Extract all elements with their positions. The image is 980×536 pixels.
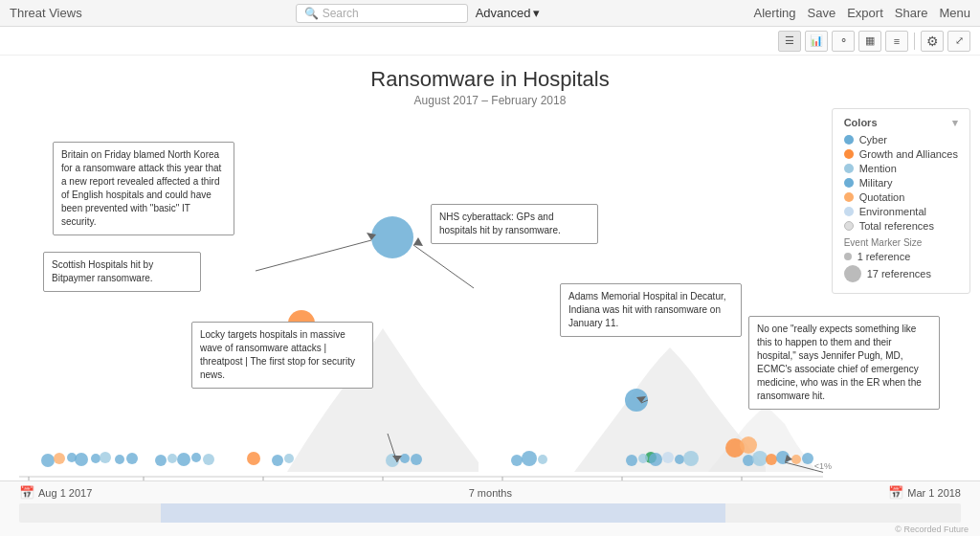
svg-point-29 <box>155 455 167 466</box>
search-icon: 🔍 <box>304 7 319 20</box>
calendar-end-icon: 📅 <box>888 485 903 500</box>
annotation-a1: Britain on Friday blamed North Korea for… <box>53 142 234 235</box>
svg-point-30 <box>167 454 177 463</box>
svg-point-47 <box>675 455 684 464</box>
svg-point-19 <box>625 389 648 412</box>
advanced-label: Advanced <box>476 6 531 20</box>
svg-point-36 <box>247 452 260 465</box>
svg-point-39 <box>411 454 422 465</box>
size-large-label: 17 references <box>867 268 931 279</box>
military-label: Military <box>859 177 893 189</box>
svg-point-51 <box>766 454 777 465</box>
svg-point-54 <box>802 453 813 464</box>
svg-point-26 <box>100 452 111 463</box>
advanced-button[interactable]: Advanced ▾ <box>476 6 541 20</box>
environmental-label: Environmental <box>859 206 926 217</box>
svg-point-56 <box>740 436 757 454</box>
svg-point-24 <box>75 453 88 466</box>
chevron-down-icon: ▾ <box>533 6 540 20</box>
timeline-handle[interactable] <box>161 503 725 523</box>
mention-label: Mention <box>859 163 897 174</box>
alerting-button[interactable]: Alerting <box>753 6 795 20</box>
zoom-level-label: <1% <box>814 461 832 471</box>
cyber-color-dot <box>844 135 854 145</box>
expand-icon[interactable]: ⤢ <box>947 31 970 52</box>
toolbar-separator <box>914 33 915 50</box>
svg-point-21 <box>41 454 55 467</box>
chart-subtitle: August 2017 – February 2018 <box>0 94 980 107</box>
svg-point-48 <box>683 451 699 466</box>
search-input[interactable]: 🔍 Search <box>296 4 468 23</box>
annotation-a1-text: Britain on Friday blamed North Korea for… <box>61 149 221 227</box>
calendar-start-icon: 📅 <box>19 485 34 500</box>
environmental-color-dot <box>844 207 854 216</box>
annotation-a4-text: Locky targets hospitals in massive wave … <box>200 329 355 380</box>
start-date-marker: 📅 Aug 1 2017 <box>19 485 92 500</box>
svg-point-46 <box>662 452 674 463</box>
svg-point-38 <box>400 454 410 463</box>
annotation-a4: Locky targets hospitals in massive wave … <box>191 322 373 389</box>
chart-title-area: Ransomware in Hospitals August 2017 – Fe… <box>0 56 980 107</box>
annotation-a5-text: Adams Memorial Hospital in Decatur, Indi… <box>568 291 726 328</box>
svg-point-50 <box>752 451 768 466</box>
annotation-a5: Adams Memorial Hospital in Decatur, Indi… <box>560 283 742 337</box>
cyber-label: Cyber <box>859 134 887 145</box>
copyright-label: © Recorded Future <box>895 525 969 534</box>
end-date-label: Mar 1 2018 <box>907 487 961 499</box>
legend-item-military: Military <box>844 177 958 189</box>
svg-line-59 <box>413 245 474 288</box>
svg-point-33 <box>203 454 214 465</box>
menu-button[interactable]: Menu <box>939 6 970 20</box>
search-placeholder: Search <box>323 7 359 20</box>
table-icon[interactable]: ☰ <box>778 31 801 52</box>
mention-color-dot <box>844 164 854 173</box>
save-button[interactable]: Save <box>808 6 836 20</box>
chart-area: Ransomware in Hospitals August 2017 – Fe… <box>0 56 980 536</box>
svg-point-42 <box>538 455 547 464</box>
military-color-dot <box>844 178 854 188</box>
svg-point-25 <box>91 454 100 463</box>
legend-item-environmental: Environmental <box>844 206 958 217</box>
svg-marker-60 <box>413 237 423 246</box>
legend-item-total: Total references <box>844 220 958 232</box>
size-large-item: 17 references <box>844 265 958 282</box>
svg-point-43 <box>626 455 637 466</box>
quotation-label: Quotation <box>859 191 905 203</box>
svg-point-40 <box>511 455 523 466</box>
svg-point-41 <box>522 451 537 466</box>
legend-item-growth: Growth and Alliances <box>844 148 958 160</box>
svg-point-53 <box>791 455 801 464</box>
bottom-timeline-strip[interactable]: 📅 Aug 1 2017 7 months 📅 Mar 1 2018 <box>0 480 980 536</box>
svg-line-57 <box>256 240 371 271</box>
event-marker-size-title: Event Marker Size <box>844 237 958 248</box>
chart-title: Ransomware in Hospitals <box>0 67 980 92</box>
bar-chart-icon[interactable]: 📊 <box>805 31 828 52</box>
legend-title-label: Colors <box>844 117 878 129</box>
scatter-icon[interactable]: ⚬ <box>832 31 855 52</box>
svg-point-34 <box>272 455 283 466</box>
list-icon[interactable]: ≡ <box>885 31 908 52</box>
grid-icon[interactable]: ▦ <box>858 31 881 52</box>
legend-item-quotation: Quotation <box>844 191 958 203</box>
legend-collapse-icon[interactable]: ▾ <box>952 117 958 129</box>
legend-item-mention: Mention <box>844 163 958 174</box>
duration-label: 7 months <box>469 487 512 499</box>
share-button[interactable]: Share <box>895 6 928 20</box>
svg-point-44 <box>638 454 648 463</box>
settings-icon[interactable]: ⚙ <box>921 31 944 52</box>
growth-label: Growth and Alliances <box>859 148 958 160</box>
annotation-a2: NHS cyberattack: GPs and hospitals hit b… <box>431 204 598 244</box>
annotation-a3-text: Scottish Hospitals hit by Bitpaymer rans… <box>52 259 153 283</box>
annotation-a2-text: NHS cyberattack: GPs and hospitals hit b… <box>439 212 561 235</box>
size-small-label: 1 reference <box>858 251 911 262</box>
quotation-color-dot <box>844 192 854 202</box>
svg-point-32 <box>191 453 201 462</box>
bottom-strip-inner: 📅 Aug 1 2017 7 months 📅 Mar 1 2018 <box>0 481 980 503</box>
threat-views-label: Threat Views <box>10 6 82 20</box>
annotation-a6: No one "really expects something like th… <box>748 316 940 410</box>
total-color-dot <box>844 221 854 231</box>
export-button[interactable]: Export <box>847 6 883 20</box>
legend-item-cyber: Cyber <box>844 134 958 145</box>
size-large-dot <box>844 265 861 282</box>
timeline-scrubber[interactable] <box>19 503 961 523</box>
